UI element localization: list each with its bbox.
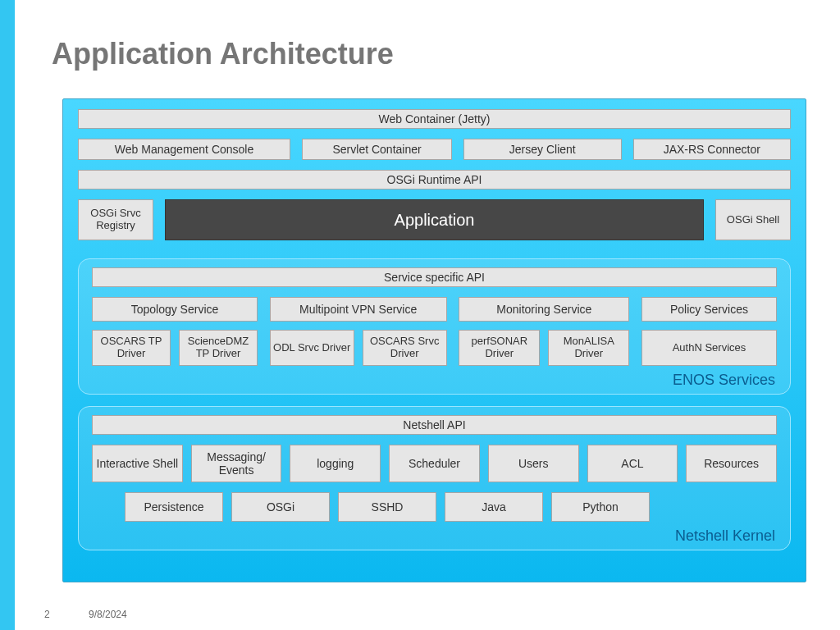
osgi-box: OSGi	[231, 492, 330, 522]
osgi-registry-box: OSGi Srvc Registry	[78, 199, 153, 240]
page-title: Application Architecture	[52, 37, 394, 71]
interactive-shell-box: Interactive Shell	[92, 445, 183, 482]
servlet-container-box: Servlet Container	[302, 139, 452, 160]
netshell-kernel-panel: Netshell API Interactive Shell Messaging…	[78, 406, 791, 550]
osgi-runtime-box: OSGi Runtime API	[78, 170, 791, 189]
monitoring-service-box: Monitoring Service	[459, 297, 629, 322]
kernel-panel-label: Netshell Kernel	[675, 527, 775, 545]
sciencedmz-tp-driver-box: ScienceDMZ TP Driver	[179, 330, 258, 366]
application-box: Application	[165, 199, 704, 240]
multipoint-vpn-box: Multipoint VPN Service	[270, 297, 447, 322]
oscars-srvc-driver-box: OSCARS Srvc Driver	[363, 330, 447, 366]
netshell-api-box: Netshell API	[92, 415, 777, 435]
page-number: 2	[44, 609, 50, 620]
java-box: Java	[445, 492, 543, 522]
sshd-box: SSHD	[338, 492, 436, 522]
web-mgmt-console-box: Web Management Console	[78, 139, 290, 160]
resources-box: Resources	[686, 445, 777, 482]
enos-panel-label: ENOS Services	[673, 372, 775, 389]
web-container-box: Web Container (Jetty)	[78, 109, 791, 129]
persistence-box: Persistence	[125, 492, 223, 522]
python-box: Python	[551, 492, 650, 522]
jersey-client-box: Jersey Client	[463, 139, 621, 160]
slide: Application Architecture Web Container (…	[15, 0, 840, 630]
jaxrs-connector-box: JAX-RS Connector	[633, 139, 791, 160]
enos-services-panel: Service specific API Topology Service OS…	[78, 258, 791, 395]
authn-services-box: AuthN Services	[641, 330, 777, 366]
acl-box: ACL	[587, 445, 678, 482]
users-box: Users	[488, 445, 579, 482]
policy-services-box: Policy Services	[641, 297, 777, 322]
architecture-container: Web Container (Jetty) Web Management Con…	[62, 98, 806, 582]
service-api-box: Service specific API	[92, 267, 777, 287]
osgi-shell-box: OSGi Shell	[715, 199, 791, 240]
monalisa-driver-box: MonALISA Driver	[548, 330, 629, 366]
logging-box: logging	[290, 445, 381, 482]
scheduler-box: Scheduler	[389, 445, 480, 482]
oscars-tp-driver-box: OSCARS TP Driver	[92, 330, 171, 366]
accent-bar	[0, 0, 15, 630]
footer-date: 9/8/2024	[89, 609, 127, 620]
messaging-events-box: Messaging/ Events	[191, 445, 282, 482]
perfsonar-driver-box: perfSONAR Driver	[459, 330, 540, 366]
topology-service-box: Topology Service	[92, 297, 258, 322]
odl-srvc-driver-box: ODL Srvc Driver	[270, 330, 354, 366]
